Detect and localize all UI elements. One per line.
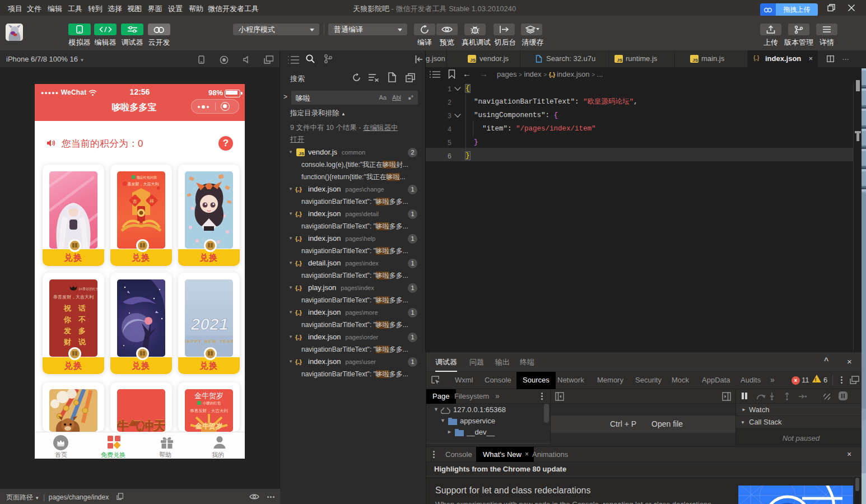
svg-text:牛气冲天: 牛气冲天 xyxy=(117,419,165,432)
svg-text:发: 发 xyxy=(63,326,71,335)
svg-text:多: 多 xyxy=(78,326,86,335)
svg-text:小嗳的红包: 小嗳的红包 xyxy=(203,401,221,405)
svg-text:财: 财 xyxy=(63,338,71,346)
svg-text:吉: 吉 xyxy=(133,199,137,204)
svg-text:不: 不 xyxy=(78,315,86,324)
svg-text:2021: 2021 xyxy=(190,315,229,333)
svg-text:恭喜发财，大吉大利: 恭喜发财，大吉大利 xyxy=(124,182,159,186)
svg-text:恭喜发财，大吉大利: 恭喜发财，大吉大利 xyxy=(53,295,94,300)
svg-text:说: 说 xyxy=(78,338,86,346)
svg-text:金牛贺岁: 金牛贺岁 xyxy=(194,391,224,400)
svg-text:恭喜发财，大吉大利: 恭喜发财，大吉大利 xyxy=(190,408,228,413)
svg-text:HAPPY NEW YEAR: HAPPY NEW YEAR xyxy=(185,339,233,344)
svg-text:金牛贺岁: 金牛贺岁 xyxy=(195,422,222,430)
svg-text:祝: 祝 xyxy=(63,304,72,312)
svg-text:话: 话 xyxy=(78,304,86,312)
svg-text:祥: 祥 xyxy=(149,199,154,204)
svg-text:预定红包封面: 预定红包封面 xyxy=(137,175,157,180)
svg-text:你: 你 xyxy=(63,315,71,324)
svg-text:2A青衫的红包: 2A青衫的红包 xyxy=(78,287,97,291)
